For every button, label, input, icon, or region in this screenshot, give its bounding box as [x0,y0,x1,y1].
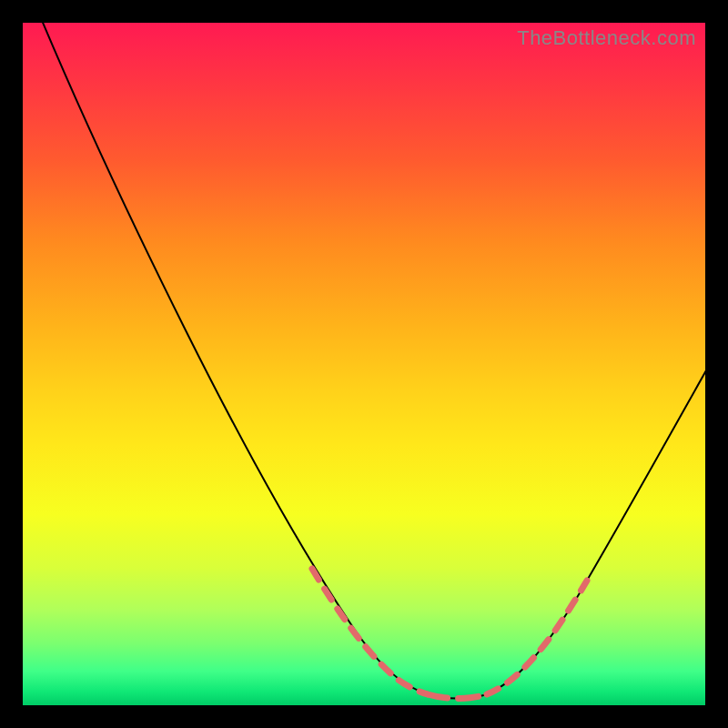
dash-left-slope [312,569,428,694]
chart-frame: TheBottleneck.com [0,0,728,728]
curve-right-branch [487,364,705,694]
plot-area: TheBottleneck.com [23,23,705,705]
curve-svg [23,23,705,705]
dash-right-slope [487,581,587,694]
dash-valley [428,694,487,699]
curve-left-branch [41,23,428,694]
